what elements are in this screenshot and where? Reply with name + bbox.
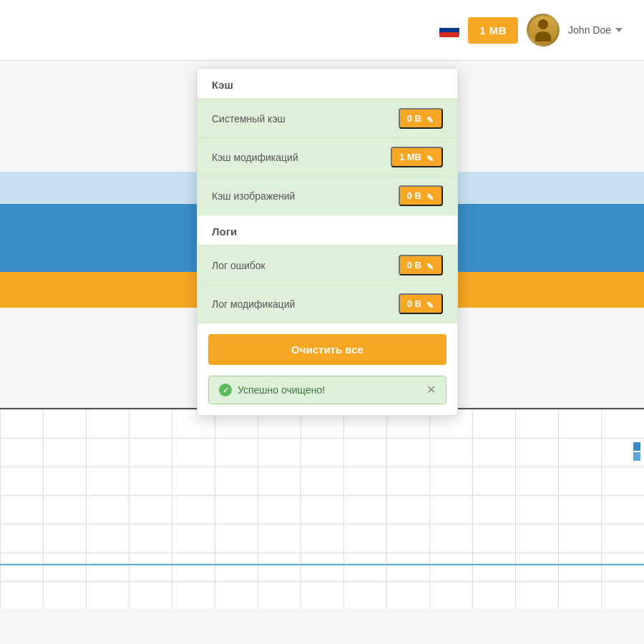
edit-icon-modlogs [426, 300, 434, 308]
error-log-label: Лог ошибок [212, 260, 265, 271]
bottom-line [0, 564, 644, 565]
check-circle-icon [219, 384, 232, 396]
image-cache-button[interactable]: 0 В [399, 185, 443, 206]
flag-stripe-white [439, 23, 459, 28]
cache-section-header: Кэш [197, 69, 457, 98]
flag-stripe-red [439, 32, 459, 37]
error-log-button[interactable]: 0 В [399, 255, 443, 275]
image-cache-label: Кэш изображений [212, 190, 295, 202]
user-menu[interactable]: John Doe [568, 24, 623, 36]
user-name-label: John Doe [568, 24, 611, 36]
cache-size-button[interactable]: 1 МВ [468, 17, 518, 44]
avatar-image [529, 16, 557, 44]
scroll-indicator-2 [633, 452, 640, 461]
header-bar: 1 МВ John Doe [0, 0, 644, 61]
image-cache-value: 0 В [407, 190, 421, 201]
system-cache-value: 0 В [407, 113, 421, 124]
cache-item-system: Системный кэш 0 В [197, 99, 457, 138]
cache-item-images: Кэш изображений 0 В [197, 177, 457, 215]
system-cache-label: Системный кэш [212, 113, 286, 125]
cache-item-error-log: Лог ошибок 0 В [197, 245, 457, 285]
grid-lines [0, 409, 644, 608]
cache-dropdown-panel: Кэш Системный кэш 0 В Кэш модификаций 1 … [197, 68, 458, 416]
mod-cache-label: Кэш модификаций [212, 152, 298, 163]
mod-log-value: 0 В [407, 298, 421, 309]
chevron-down-icon [615, 28, 623, 32]
flag-stripe-blue [439, 28, 459, 33]
language-flag[interactable] [439, 23, 459, 37]
russian-flag [439, 23, 459, 37]
system-cache-button[interactable]: 0 В [399, 108, 443, 129]
edit-icon-errors [426, 261, 434, 270]
error-log-value: 0 В [407, 260, 421, 270]
edit-icon-mods [426, 153, 434, 162]
success-notification: Успешно очищено! ✕ [208, 376, 447, 404]
edit-icon-system [426, 114, 434, 123]
mod-log-label: Лог модификаций [212, 298, 295, 310]
scroll-indicator-1 [633, 442, 640, 451]
avatar [527, 14, 560, 47]
success-message: Успешно очищено! [238, 384, 325, 396]
edit-icon-images [426, 192, 434, 200]
mod-cache-button[interactable]: 1 МВ [391, 147, 443, 167]
mod-cache-value: 1 МВ [399, 152, 421, 162]
mod-log-button[interactable]: 0 В [399, 293, 443, 314]
cache-item-mods: Кэш модификаций 1 МВ [197, 138, 457, 177]
clear-all-button[interactable]: Очистить все [208, 334, 447, 365]
cache-item-mod-log: Лог модификаций 0 В [197, 285, 457, 323]
close-notification-button[interactable]: ✕ [426, 384, 436, 396]
logs-section-header: Логи [197, 215, 457, 245]
